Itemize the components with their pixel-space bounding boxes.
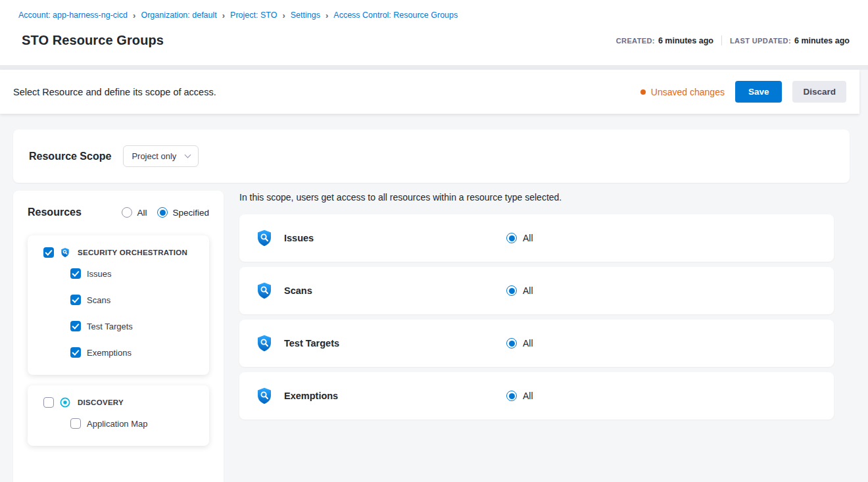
scope-select[interactable]: Project only <box>123 145 199 167</box>
breadcrumb-resource-groups-link[interactable]: Access Control: Resource Groups <box>333 11 458 20</box>
sto-shield-icon <box>255 229 274 247</box>
access-row-issues: Issues All <box>239 214 834 262</box>
access-all-label: All <box>523 338 533 349</box>
page-header: Account: app-harness-ng-cicd › Organizat… <box>0 0 868 65</box>
toolbar-actions: Unsaved changes Save Discard <box>640 81 846 103</box>
filter-all-label: All <box>137 208 147 218</box>
save-button[interactable]: Save <box>735 81 783 103</box>
checkbox-test-targets[interactable] <box>70 321 81 331</box>
last-updated-label: LAST UPDATED: <box>730 37 791 45</box>
resource-scope-title: Resource Scope <box>29 151 111 162</box>
discovery-icon <box>60 397 70 408</box>
resource-row-label: Test Targets <box>284 338 506 349</box>
resource-row-label: Scans <box>284 285 506 296</box>
group-header-discovery[interactable]: DISCOVERY <box>43 397 199 408</box>
access-all-label: All <box>523 233 533 243</box>
resource-item-scans[interactable]: Scans <box>70 287 199 313</box>
access-all-label: All <box>523 391 533 401</box>
resource-scope-card: Resource Scope Project only <box>13 130 850 183</box>
checkbox-application-map[interactable] <box>70 418 81 429</box>
group-label: DISCOVERY <box>78 398 124 406</box>
chevron-down-icon <box>185 152 191 158</box>
radio-selected-icon[interactable] <box>157 207 168 218</box>
content-columns: Resources All Specified <box>13 191 850 482</box>
resources-filter-specified[interactable]: Specified <box>157 207 209 218</box>
checkbox-scans[interactable] <box>70 295 81 305</box>
resource-row-label: Exemptions <box>284 391 506 401</box>
last-updated-value: 6 minutes ago <box>794 36 850 45</box>
meta-info: CREATED: 6 minutes ago LAST UPDATED: 6 m… <box>616 36 850 45</box>
main-content: Resource Scope Project only Resources Al… <box>0 114 868 482</box>
unsaved-dot-icon <box>640 89 646 95</box>
item-label: Issues <box>87 269 112 279</box>
resources-title: Resources <box>28 206 82 218</box>
resource-item-issues[interactable]: Issues <box>70 260 199 287</box>
group-items: Application Map <box>70 410 199 437</box>
resources-filter-all[interactable]: All <box>122 207 147 218</box>
breadcrumb: Account: app-harness-ng-cicd › Organizat… <box>18 11 850 20</box>
checkbox-security-orchestration[interactable] <box>43 247 54 258</box>
resources-panel: Resources All Specified <box>13 191 224 482</box>
checkbox-discovery[interactable] <box>43 397 54 408</box>
breadcrumb-account-link[interactable]: Account: app-harness-ng-cicd <box>18 11 128 20</box>
resource-group-security-orchestration: SECURITY ORCHESTRATION Issues Scans Test… <box>28 235 209 375</box>
item-label: Scans <box>87 295 110 305</box>
breadcrumb-organization-link[interactable]: Organization: default <box>141 11 216 20</box>
item-label: Test Targets <box>87 322 133 331</box>
meta-divider <box>721 36 722 45</box>
unsaved-changes-text: Unsaved changes <box>651 87 725 97</box>
chevron-right-icon: › <box>222 11 225 20</box>
resource-item-application-map[interactable]: Application Map <box>70 410 199 437</box>
sto-shield-icon <box>255 281 274 300</box>
resource-group-discovery: DISCOVERY Application Map <box>28 385 209 446</box>
resource-item-test-targets[interactable]: Test Targets <box>70 313 199 339</box>
resources-filter: All Specified <box>122 207 209 218</box>
resources-panel-header: Resources All Specified <box>28 206 209 218</box>
access-all-radio[interactable] <box>506 233 517 243</box>
checkbox-exemptions[interactable] <box>70 347 81 358</box>
resource-item-exemptions[interactable]: Exemptions <box>70 339 199 366</box>
sto-shield-icon <box>60 247 70 258</box>
group-items: Issues Scans Test Targets Exemptions <box>70 260 199 366</box>
header-separator <box>0 65 868 70</box>
title-row: STO Resource Groups CREATED: 6 minutes a… <box>18 33 850 48</box>
access-all-radio[interactable] <box>506 285 517 296</box>
unsaved-changes-status: Unsaved changes <box>640 87 725 97</box>
sto-shield-icon <box>255 334 274 352</box>
chevron-right-icon: › <box>282 11 285 20</box>
item-label: Exemptions <box>87 348 132 358</box>
access-row-scans: Scans All <box>239 267 834 314</box>
page-title: STO Resource Groups <box>22 33 164 48</box>
action-bar: Select Resource and define its scope of … <box>0 70 859 114</box>
access-all-radio[interactable] <box>506 391 517 401</box>
breadcrumb-settings-link[interactable]: Settings <box>291 11 320 20</box>
filter-specified-label: Specified <box>172 208 209 218</box>
breadcrumb-project-link[interactable]: Project: STO <box>230 11 277 20</box>
access-row-test-targets: Test Targets All <box>239 320 834 367</box>
resource-row-label: Issues <box>284 233 506 243</box>
scope-select-value: Project only <box>132 151 176 161</box>
created-label: CREATED: <box>616 37 655 45</box>
access-row-exemptions: Exemptions All <box>239 372 834 420</box>
chevron-right-icon: › <box>133 11 135 20</box>
created-value: 6 minutes ago <box>658 36 713 45</box>
discard-button[interactable]: Discard <box>792 81 846 103</box>
access-column: In this scope, users get access to all r… <box>239 191 850 425</box>
access-all-radio[interactable] <box>506 338 517 349</box>
chevron-right-icon: › <box>326 11 328 20</box>
access-all-label: All <box>523 285 533 296</box>
access-description: In this scope, users get access to all r… <box>239 192 834 203</box>
item-label: Application Map <box>87 419 148 429</box>
sto-shield-icon <box>255 387 274 405</box>
scope-instruction: Select Resource and define its scope of … <box>13 87 216 97</box>
checkbox-issues[interactable] <box>70 268 81 279</box>
radio-unselected-icon[interactable] <box>122 207 132 218</box>
group-label: SECURITY ORCHESTRATION <box>78 249 187 256</box>
group-header-security-orchestration[interactable]: SECURITY ORCHESTRATION <box>43 247 199 258</box>
